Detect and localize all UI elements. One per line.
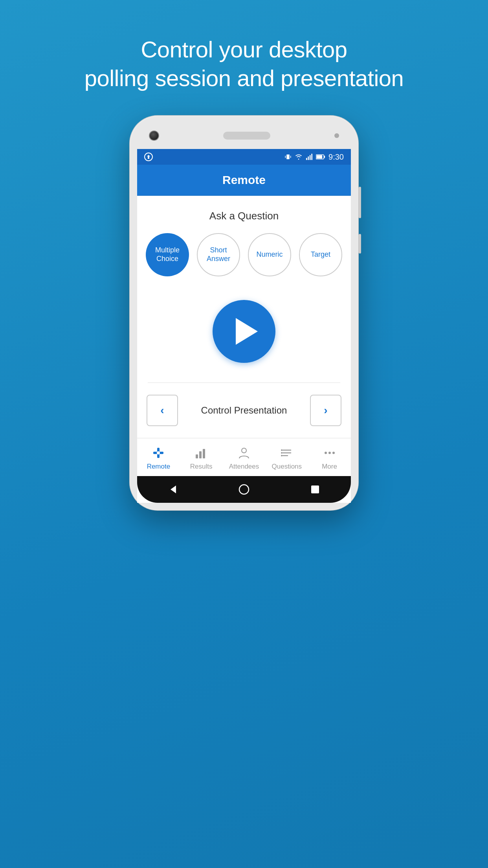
results-icon: [194, 445, 209, 460]
target-label: Target: [311, 250, 330, 259]
svg-point-28: [239, 485, 249, 494]
signal-icon: [306, 154, 313, 160]
svg-point-25: [328, 452, 331, 454]
status-right-area: 9:30: [284, 153, 344, 162]
app-bar: Remote: [137, 165, 351, 196]
prev-arrow-icon: ‹: [160, 404, 164, 417]
nav-item-results[interactable]: Results: [185, 445, 217, 471]
short-answer-btn[interactable]: Short Answer: [197, 233, 240, 276]
status-time: 9:30: [328, 153, 344, 162]
question-types-row: Multiple Choice Short Answer Numeric Tar…: [146, 233, 342, 276]
numeric-btn[interactable]: Numeric: [248, 233, 291, 276]
phone-top-area: [137, 127, 351, 144]
nav-item-attendees[interactable]: Attendees: [228, 445, 260, 471]
multiple-choice-label: Multiple Choice: [146, 246, 189, 263]
sensor: [334, 133, 339, 138]
wifi-icon: [295, 154, 303, 160]
screen-content: Ask a Question Multiple Choice Short Ans…: [137, 196, 351, 503]
svg-rect-14: [196, 454, 198, 458]
svg-rect-15: [199, 451, 202, 458]
android-nav-bar: [137, 476, 351, 503]
attendees-icon: [237, 445, 251, 460]
attendees-nav-label: Attendees: [229, 463, 259, 471]
svg-rect-1: [285, 156, 286, 158]
svg-point-17: [242, 448, 246, 453]
numeric-label: Numeric: [256, 250, 283, 259]
more-nav-label: More: [322, 463, 337, 471]
svg-point-24: [325, 452, 327, 454]
short-answer-label: Short Answer: [198, 246, 239, 263]
phone-shell: 9:30 Remote Ask a Question Multiple Choi…: [130, 116, 358, 510]
sensors-area: [334, 133, 339, 138]
svg-rect-0: [286, 154, 290, 159]
nav-item-more[interactable]: More: [314, 445, 345, 471]
svg-rect-3: [306, 158, 307, 160]
svg-rect-5: [310, 155, 311, 160]
vibrate-icon: [284, 153, 292, 160]
hero-line2: polling session and presentation: [84, 65, 404, 91]
svg-point-13: [157, 451, 160, 454]
svg-rect-4: [308, 156, 309, 160]
svg-rect-16: [203, 449, 205, 458]
next-arrow-icon: ›: [324, 404, 327, 417]
questions-nav-label: Questions: [272, 463, 302, 471]
multiple-choice-btn[interactable]: Multiple Choice: [146, 233, 189, 276]
android-recents-button[interactable]: [310, 484, 321, 495]
hero-line1: Control your desktop: [141, 37, 347, 62]
play-btn-container: [213, 300, 275, 363]
battery-icon: [316, 154, 325, 160]
earpiece-speaker: [223, 132, 270, 140]
remote-nav-label: Remote: [147, 463, 171, 471]
status-app-icon: [144, 153, 153, 161]
nav-item-questions[interactable]: Questions: [271, 445, 303, 471]
page-background: Control your desktop polling session and…: [0, 0, 488, 868]
next-slide-button[interactable]: ›: [310, 395, 341, 426]
questions-icon: [279, 445, 294, 460]
nav-item-remote[interactable]: Remote: [143, 445, 174, 471]
results-nav-label: Results: [190, 463, 213, 471]
power-button: [359, 234, 361, 254]
svg-point-23: [281, 455, 283, 456]
svg-marker-27: [171, 485, 176, 493]
status-bar: 9:30: [137, 149, 351, 165]
prev-slide-button[interactable]: ‹: [147, 395, 178, 426]
svg-rect-9: [316, 155, 322, 158]
volume-button: [359, 187, 361, 218]
ask-question-title: Ask a Question: [209, 210, 279, 222]
front-camera: [149, 131, 159, 141]
svg-rect-6: [311, 154, 312, 160]
bottom-navigation: Remote Results: [137, 438, 351, 476]
android-back-button[interactable]: [167, 484, 178, 495]
hero-text: Control your desktop polling session and…: [53, 35, 435, 92]
svg-point-22: [281, 452, 283, 454]
app-bar-title: Remote: [137, 173, 351, 187]
target-btn[interactable]: Target: [299, 233, 342, 276]
more-icon: [322, 445, 337, 460]
svg-rect-8: [324, 156, 325, 158]
svg-rect-2: [290, 156, 291, 158]
svg-point-26: [332, 452, 335, 454]
play-icon: [236, 318, 258, 345]
control-presentation-row: ‹ Control Presentation ›: [137, 383, 351, 438]
control-presentation-label: Control Presentation: [183, 405, 305, 416]
svg-rect-29: [311, 485, 319, 493]
svg-point-21: [281, 449, 283, 451]
remote-icon: [151, 445, 166, 460]
android-home-button[interactable]: [238, 484, 250, 495]
start-polling-button[interactable]: [213, 300, 275, 363]
